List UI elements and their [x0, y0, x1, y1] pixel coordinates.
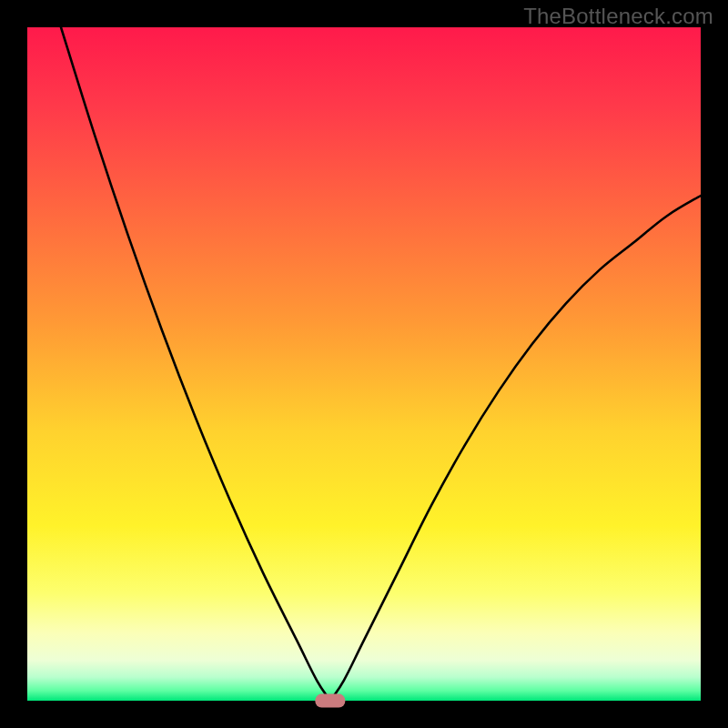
chart-frame: TheBottleneck.com — [0, 0, 728, 728]
plot-area — [27, 27, 701, 701]
curve-left-branch — [61, 27, 330, 701]
bottleneck-curve — [27, 27, 701, 701]
minimum-marker — [315, 694, 345, 708]
watermark-text: TheBottleneck.com — [523, 4, 713, 29]
curve-right-branch — [330, 196, 701, 701]
